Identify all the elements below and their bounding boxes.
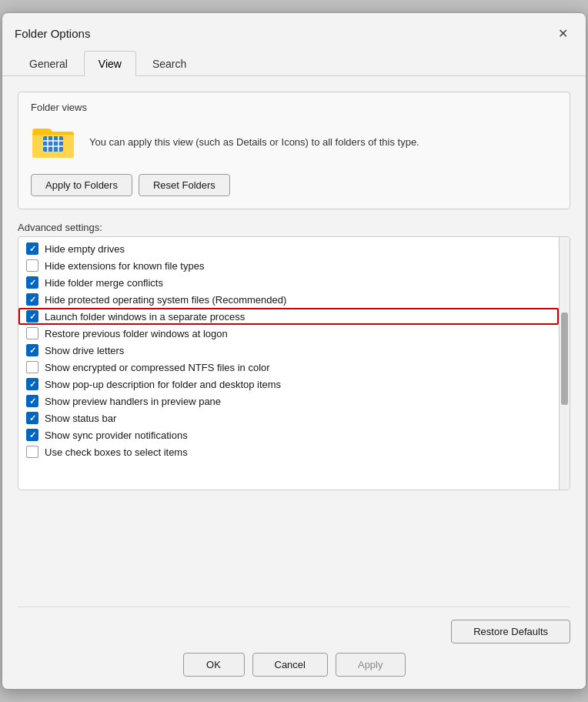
setting-label-use-check-boxes: Use check boxes to select items <box>45 446 188 458</box>
tab-bar: General View Search <box>2 50 586 76</box>
dialog-footer: Restore Defaults OK Cancel Apply <box>2 607 586 689</box>
title-bar: Folder Options ✕ <box>2 13 586 50</box>
folder-views-inner: You can apply this view (such as Details… <box>31 121 557 163</box>
dialog-title: Folder Options <box>15 27 90 40</box>
tab-search[interactable]: Search <box>138 51 201 76</box>
setting-label-show-drive-letters: Show drive letters <box>45 345 124 356</box>
setting-label-show-status-bar: Show status bar <box>45 413 116 424</box>
checkbox-hide-protected-os[interactable] <box>26 293 38 306</box>
checkbox-restore-previous[interactable] <box>26 327 38 339</box>
setting-item-show-popup-desc[interactable]: Show pop-up description for folder and d… <box>18 376 559 393</box>
setting-label-hide-folder-merge: Hide folder merge conflicts <box>45 277 163 289</box>
checkbox-show-status-bar[interactable] <box>26 412 38 424</box>
checkbox-hide-extensions[interactable] <box>26 259 38 272</box>
checkbox-show-preview-handlers[interactable] <box>26 395 38 407</box>
setting-label-launch-folder-separate: Launch folder windows in a separate proc… <box>45 311 245 323</box>
main-content: Folder views <box>2 76 586 607</box>
setting-label-show-sync-provider: Show sync provider notifications <box>45 430 188 441</box>
settings-list-wrapper: Hide empty drivesHide extensions for kno… <box>18 236 570 490</box>
checkbox-show-encrypted-color[interactable] <box>26 361 38 373</box>
setting-label-show-preview-handlers: Show preview handlers in preview pane <box>45 396 221 407</box>
checkbox-launch-folder-separate[interactable] <box>26 310 38 323</box>
folder-views-buttons: Apply to Folders Reset Folders <box>31 174 557 196</box>
checkbox-use-check-boxes[interactable] <box>26 446 38 458</box>
close-button[interactable]: ✕ <box>552 22 573 44</box>
setting-label-show-encrypted-color: Show encrypted or compressed NTFS files … <box>45 362 270 373</box>
checkbox-show-popup-desc[interactable] <box>26 378 38 390</box>
setting-label-hide-protected-os: Hide protected operating system files (R… <box>45 294 286 306</box>
folder-views-label: Folder views <box>31 102 557 113</box>
folder-views-desc: You can apply this view (such as Details… <box>89 135 557 150</box>
setting-item-show-encrypted-color[interactable]: Show encrypted or compressed NTFS files … <box>18 359 559 376</box>
checkbox-show-drive-letters[interactable] <box>26 344 38 356</box>
apply-button[interactable]: Apply <box>336 653 406 677</box>
setting-item-restore-previous[interactable]: Restore previous folder windows at logon <box>18 325 559 342</box>
reset-folders-button[interactable]: Reset Folders <box>139 174 230 196</box>
apply-to-folders-button[interactable]: Apply to Folders <box>31 174 132 196</box>
setting-item-show-sync-provider[interactable]: Show sync provider notifications <box>18 426 559 443</box>
checkbox-hide-empty-drives[interactable] <box>26 242 38 255</box>
tab-general[interactable]: General <box>15 51 82 76</box>
setting-item-show-preview-handlers[interactable]: Show preview handlers in preview pane <box>18 393 559 410</box>
checkbox-hide-folder-merge[interactable] <box>26 276 38 289</box>
setting-label-show-popup-desc: Show pop-up description for folder and d… <box>45 379 281 390</box>
setting-item-hide-folder-merge[interactable]: Hide folder merge conflicts <box>18 274 559 291</box>
folder-views-section: Folder views <box>18 92 570 209</box>
advanced-settings-section: Advanced settings: Hide empty drivesHide… <box>18 222 570 490</box>
ok-cancel-row: OK Cancel Apply <box>18 653 570 677</box>
setting-label-restore-previous: Restore previous folder windows at logon <box>45 328 228 339</box>
settings-list[interactable]: Hide empty drivesHide extensions for kno… <box>18 237 559 490</box>
setting-item-hide-protected-os[interactable]: Hide protected operating system files (R… <box>18 291 559 308</box>
checkbox-show-sync-provider[interactable] <box>26 429 38 441</box>
folder-icon-wrapper <box>31 121 77 163</box>
tab-view[interactable]: View <box>84 51 136 76</box>
setting-item-use-check-boxes[interactable]: Use check boxes to select items <box>18 443 559 460</box>
folder-options-dialog: Folder Options ✕ General View Search Fol… <box>2 12 586 690</box>
scrollbar-track[interactable] <box>559 237 570 490</box>
restore-defaults-row: Restore Defaults <box>18 620 570 644</box>
ok-button[interactable]: OK <box>183 653 245 677</box>
setting-item-hide-empty-drives[interactable]: Hide empty drives <box>18 240 559 257</box>
setting-item-show-status-bar[interactable]: Show status bar <box>18 410 559 426</box>
setting-label-hide-empty-drives: Hide empty drives <box>45 243 125 255</box>
setting-item-launch-folder-separate[interactable]: Launch folder windows in a separate proc… <box>18 308 559 325</box>
advanced-settings-label: Advanced settings: <box>18 222 570 233</box>
setting-item-hide-extensions[interactable]: Hide extensions for known file types <box>18 257 559 274</box>
folder-icon <box>31 121 75 161</box>
scrollbar-thumb <box>561 313 568 405</box>
cancel-button[interactable]: Cancel <box>252 653 328 677</box>
restore-defaults-button[interactable]: Restore Defaults <box>451 620 570 644</box>
setting-label-hide-extensions: Hide extensions for known file types <box>45 260 204 272</box>
setting-item-show-drive-letters[interactable]: Show drive letters <box>18 342 559 359</box>
